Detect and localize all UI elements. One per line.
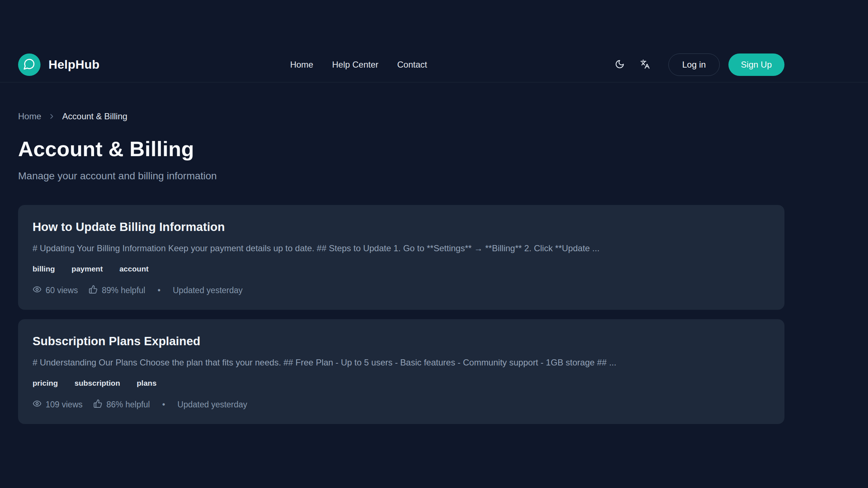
views-stat: 109 views [33,399,82,410]
signup-button[interactable]: Sign Up [728,53,784,76]
article-preview: # Updating Your Billing Information Keep… [33,243,770,254]
breadcrumb: Home Account & Billing [18,111,784,121]
tag: billing [33,265,55,273]
helpful-percent: 86% helpful [106,400,150,410]
brand-logo[interactable]: HelpHub [18,53,99,76]
nav-link-home[interactable]: Home [290,60,313,70]
nav-link-contact[interactable]: Contact [397,60,427,70]
main-nav: Home Help Center Contact [290,60,427,70]
stats-separator: • [156,286,162,295]
eye-icon [33,285,42,296]
login-button[interactable]: Log in [668,53,719,76]
views-count: 109 views [46,400,82,410]
nav-row: HelpHub Home Help Center Contact Log in … [18,47,784,82]
brand-name: HelpHub [48,57,99,72]
tag: pricing [33,379,58,388]
article-title[interactable]: How to Update Billing Information [33,220,770,234]
article-preview: # Understanding Our Plans Choose the pla… [33,357,770,368]
chevron-right-icon [48,112,56,120]
article-title[interactable]: Subscription Plans Explained [33,334,770,348]
languages-icon [640,59,650,70]
tag: subscription [75,379,120,388]
thumbs-up-icon [93,399,102,410]
views-count: 60 views [46,286,78,295]
updated-label: Updated yesterday [173,286,243,295]
moon-icon [615,59,625,70]
language-toggle[interactable] [637,56,653,73]
breadcrumb-home-link[interactable]: Home [18,111,41,121]
article-stats: 109 views 86% helpful • Updated yesterda… [33,399,770,410]
article-stats: 60 views 89% helpful • Updated yesterday [33,285,770,296]
header: HelpHub Home Help Center Contact Log in … [0,0,868,82]
stats-separator: • [161,400,166,410]
main-content: Home Account & Billing Account & Billing… [18,111,784,424]
helpful-percent: 89% helpful [102,286,145,295]
article-tags: pricing subscription plans [33,379,770,388]
thumbs-up-icon [89,285,98,296]
page-title: Account & Billing [18,137,784,161]
breadcrumb-current: Account & Billing [62,111,127,121]
helpful-stat: 86% helpful [93,399,150,410]
nav-link-help-center[interactable]: Help Center [332,60,378,70]
dark-mode-toggle[interactable] [611,56,628,73]
article-card-billing-info[interactable]: How to Update Billing Information # Upda… [18,205,784,310]
article-card-subscription-plans[interactable]: Subscription Plans Explained # Understan… [18,319,784,424]
nav-actions: Log in Sign Up [611,53,784,76]
article-list: How to Update Billing Information # Upda… [18,205,784,424]
eye-icon [33,399,42,410]
tag: payment [72,265,103,273]
updated-label: Updated yesterday [178,400,247,410]
tag: plans [137,379,157,388]
tag: account [119,265,149,273]
message-circle-icon [23,58,35,72]
article-tags: billing payment account [33,265,770,273]
helphub-logo-circle [18,53,41,76]
views-stat: 60 views [33,285,78,296]
helpful-stat: 89% helpful [89,285,145,296]
page-subtitle: Manage your account and billing informat… [18,170,784,182]
